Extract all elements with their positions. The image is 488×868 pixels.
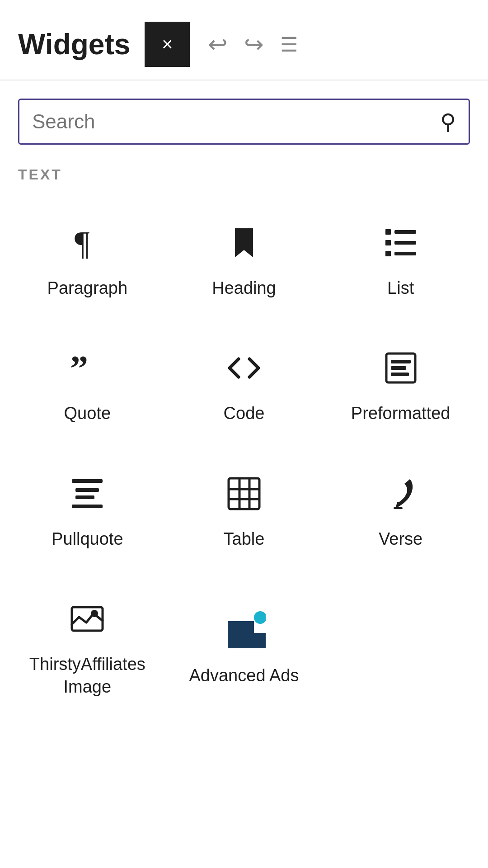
advanced-ads-icon (222, 609, 266, 652)
svg-rect-1 (385, 229, 391, 235)
widget-grid: ¶ Paragraph Heading List (0, 198, 488, 722)
header-divider (0, 80, 488, 80)
widget-label-paragraph: Paragraph (47, 277, 127, 299)
paragraph-icon: ¶ (66, 221, 109, 264)
section-label-text: TEXT (0, 166, 488, 183)
heading-icon (222, 221, 266, 264)
widget-label-advanced-ads: Advanced Ads (189, 665, 299, 687)
widget-label-verse: Verse (379, 528, 422, 550)
menu-button[interactable]: ☰ (280, 33, 297, 56)
redo-icon: ↪ (244, 31, 264, 58)
svg-rect-6 (394, 252, 416, 255)
svg-rect-15 (75, 495, 94, 499)
code-icon (222, 346, 266, 390)
widget-label-list: List (387, 277, 414, 299)
svg-rect-13 (72, 505, 103, 508)
svg-text:”: ” (70, 350, 88, 386)
svg-rect-12 (72, 479, 103, 483)
widget-item-code[interactable]: Code (166, 323, 323, 448)
widget-label-preformatted: Preformatted (351, 402, 450, 425)
menu-icon: ☰ (280, 33, 297, 56)
widget-item-pullquote[interactable]: Pullquote (9, 448, 166, 574)
redo-button[interactable]: ↪ (244, 31, 264, 58)
list-icon (379, 221, 422, 264)
svg-point-23 (91, 610, 98, 617)
page-title: Widgets (18, 28, 130, 61)
quote-icon: ” (66, 346, 109, 390)
search-icon: ⚲ (440, 109, 456, 134)
widget-item-paragraph[interactable]: ¶ Paragraph (9, 198, 166, 323)
widget-label-code: Code (224, 402, 265, 425)
svg-rect-16 (229, 478, 259, 509)
widget-item-advanced-ads[interactable]: Advanced Ads (166, 574, 323, 722)
close-button[interactable]: × (145, 22, 190, 67)
widget-item-thirsty[interactable]: ThirstyAffiliates Image (9, 574, 166, 722)
thirsty-affiliates-icon (66, 597, 109, 641)
verse-icon (379, 472, 422, 515)
search-box: ⚲ (18, 99, 470, 145)
search-wrapper: ⚲ (18, 99, 470, 145)
svg-point-24 (254, 611, 266, 624)
svg-rect-9 (391, 360, 411, 363)
widget-item-verse[interactable]: Verse (322, 448, 479, 574)
widget-label-quote: Quote (64, 402, 111, 425)
preformatted-icon (379, 346, 422, 390)
undo-button[interactable]: ↩ (208, 31, 228, 58)
widget-label-pullquote: Pullquote (52, 528, 123, 550)
svg-rect-11 (391, 373, 409, 376)
widget-label-table: Table (224, 528, 265, 550)
svg-rect-2 (394, 230, 416, 234)
widget-item-list[interactable]: List (322, 198, 479, 323)
undo-icon: ↩ (208, 31, 228, 58)
svg-text:¶: ¶ (75, 225, 90, 261)
svg-rect-4 (394, 241, 416, 245)
widget-item-heading[interactable]: Heading (166, 198, 323, 323)
page-header: Widgets × ↩ ↪ ☰ (0, 0, 488, 80)
svg-rect-14 (75, 488, 99, 492)
widget-label-thirsty: ThirstyAffiliates Image (18, 653, 157, 698)
svg-rect-5 (385, 251, 391, 256)
svg-rect-10 (391, 366, 406, 370)
widget-item-quote[interactable]: ” Quote (9, 323, 166, 448)
widget-label-heading: Heading (212, 277, 276, 299)
search-input[interactable] (32, 110, 440, 133)
close-icon: × (162, 33, 173, 55)
widget-item-table[interactable]: Table (166, 448, 323, 574)
widget-item-preformatted[interactable]: Preformatted (322, 323, 479, 448)
table-icon (222, 472, 266, 515)
pullquote-icon (66, 472, 109, 515)
svg-rect-3 (385, 240, 391, 245)
toolbar-icons: ↩ ↪ ☰ (208, 31, 297, 58)
